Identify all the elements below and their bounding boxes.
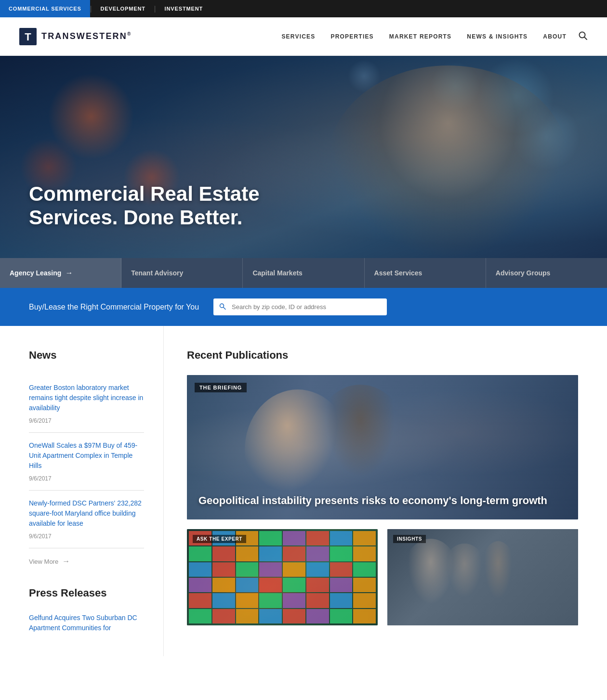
svg-point-4	[220, 304, 224, 308]
hero-person-image	[328, 65, 568, 258]
tab-advisory-groups-label: Advisory Groups	[496, 269, 551, 277]
news-item-1: Greater Boston laboratory market remains…	[29, 375, 144, 433]
tab-agency-leasing[interactable]: Agency Leasing →	[0, 258, 121, 288]
news-item-2: OneWall Scales a $97M Buy of 459-Unit Ap…	[29, 433, 144, 491]
nav-market-reports[interactable]: MARKET REPORTS	[389, 33, 451, 40]
news-item-3: Newly-formed DSC Partners' 232,282 squar…	[29, 491, 144, 548]
view-more-news[interactable]: View More →	[29, 557, 144, 566]
news-link-1[interactable]: Greater Boston laboratory market remains…	[29, 383, 144, 413]
logo[interactable]: T TRANSWESTERN®	[19, 28, 132, 45]
main-content: News Greater Boston laboratory market re…	[0, 326, 607, 656]
hero-title: Commercial Real Estate Services. Done Be…	[29, 182, 289, 229]
topbar-investment[interactable]: INVESTMENT	[156, 0, 211, 17]
nav-about[interactable]: ABOUT	[543, 33, 567, 40]
property-search-input[interactable]	[213, 298, 387, 315]
view-more-arrow-icon: →	[62, 557, 70, 566]
pub-card-small-1-bg	[187, 529, 378, 625]
tab-asset-services[interactable]: Asset Services	[365, 258, 486, 288]
tab-agency-leasing-label: Agency Leasing	[10, 269, 61, 277]
press-releases-title: Press Releases	[29, 587, 144, 599]
news-section-title: News	[29, 349, 144, 362]
pub-badge-small-2: Insights	[393, 535, 426, 543]
news-date-2: 9/6/2017	[29, 475, 52, 482]
topbar-development[interactable]: DEVELOPMENT	[92, 0, 154, 17]
news-link-3[interactable]: Newly-formed DSC Partners' 232,282 squar…	[29, 498, 144, 529]
view-more-label: View More	[29, 558, 58, 565]
search-icon	[578, 31, 588, 40]
news-link-2[interactable]: OneWall Scales a $97M Buy of 459-Unit Ap…	[29, 441, 144, 471]
svg-line-3	[584, 37, 587, 39]
main-nav: SERVICES PROPERTIES MARKET REPORTS NEWS …	[281, 33, 567, 40]
nav-properties[interactable]: PROPERTIES	[330, 33, 373, 40]
logo-icon: T	[19, 28, 37, 45]
svg-line-5	[224, 307, 225, 309]
press-release-link-1[interactable]: Gelfund Acquires Two Suburban DC Apartme…	[29, 614, 137, 632]
top-bar: COMMERCIAL SERVICES | DEVELOPMENT | INVE…	[0, 0, 607, 17]
pub-cards-row: Ask the Expert Insights	[187, 529, 578, 625]
pub-card-main-title: Geopolitical instability presents risks …	[198, 494, 567, 508]
pub-card-small-2-bg	[387, 529, 578, 625]
tab-advisory-groups[interactable]: Advisory Groups	[486, 258, 607, 288]
service-tabs: Agency Leasing → Tenant Advisory Capital…	[0, 258, 607, 288]
tab-arrow-icon: →	[65, 269, 73, 277]
search-bar-label: Buy/Lease the Right Commercial Property …	[29, 303, 199, 311]
tab-capital-markets[interactable]: Capital Markets	[243, 258, 364, 288]
publications-section-title: Recent Publications	[187, 349, 578, 362]
pub-badge-main: the BRIEFING	[195, 383, 247, 392]
svg-text:T: T	[25, 31, 31, 43]
pub-badge-small-1: Ask the Expert	[193, 535, 246, 543]
pub-card-small-2[interactable]: Insights	[387, 529, 578, 625]
header-search-button[interactable]	[578, 31, 588, 42]
tab-asset-services-label: Asset Services	[374, 269, 422, 277]
search-input-wrapper	[213, 298, 387, 315]
press-releases-section: Press Releases Gelfund Acquires Two Subu…	[29, 587, 144, 633]
topbar-commercial-services[interactable]: COMMERCIAL SERVICES	[0, 0, 90, 17]
tab-tenant-advisory[interactable]: Tenant Advisory	[121, 258, 243, 288]
right-column: Recent Publications the BRIEFING Geopoli…	[164, 326, 607, 656]
left-column: News Greater Boston laboratory market re…	[0, 326, 164, 656]
pub-card-main[interactable]: the BRIEFING Geopolitical instability pr…	[187, 375, 578, 519]
pub-card-small-1[interactable]: Ask the Expert	[187, 529, 378, 625]
nav-news-insights[interactable]: NEWS & INSIGHTS	[467, 33, 528, 40]
hero-section: Commercial Real Estate Services. Done Be…	[0, 56, 607, 258]
tab-capital-markets-label: Capital Markets	[252, 269, 302, 277]
news-date-3: 9/6/2017	[29, 533, 52, 540]
nav-services[interactable]: SERVICES	[281, 33, 315, 40]
tab-tenant-advisory-label: Tenant Advisory	[131, 269, 183, 277]
search-input-icon	[219, 303, 226, 311]
news-date-1: 9/6/2017	[29, 417, 52, 424]
logo-text: TRANSWESTERN®	[41, 31, 132, 41]
property-search-bar: Buy/Lease the Right Commercial Property …	[0, 288, 607, 326]
hero-content: Commercial Real Estate Services. Done Be…	[0, 182, 318, 258]
header: T TRANSWESTERN® SERVICES PROPERTIES MARK…	[0, 17, 607, 56]
